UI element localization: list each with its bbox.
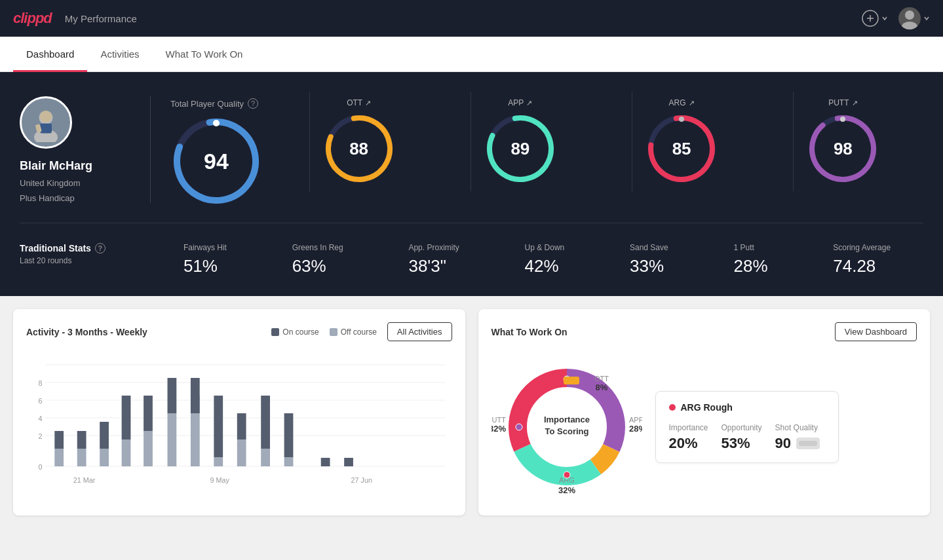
detail-shot-quality: Shot Quality 90 [775, 423, 820, 452]
metric-app: APP ↗ 89 [471, 92, 569, 191]
svg-rect-51 [237, 439, 246, 466]
svg-rect-45 [168, 413, 177, 466]
add-button[interactable] [862, 10, 888, 27]
svg-rect-53 [261, 449, 270, 466]
app-trend-icon: ↗ [526, 99, 532, 107]
metric-ott: OTT ↗ 88 [309, 92, 408, 191]
tab-what-to-work-on[interactable]: What To Work On [153, 37, 256, 72]
off-course-dot [330, 328, 337, 336]
svg-text:28%: 28% [629, 424, 642, 434]
stat-greens: Greens In Reg 63% [292, 243, 343, 276]
header-title: My Performance [65, 13, 137, 24]
shot-quality-value: 90 [775, 435, 791, 452]
putt-gauge: 98 [807, 113, 879, 185]
svg-point-4 [902, 22, 917, 29]
svg-rect-55 [284, 457, 294, 466]
svg-point-77 [564, 472, 570, 478]
activity-card: Activity - 3 Months - Weekly On course O… [13, 309, 465, 515]
arg-gauge: 85 [645, 113, 718, 185]
stats-label: Traditional Stats ? Last 20 rounds [20, 243, 151, 265]
putt-trend-icon: ↗ [852, 99, 858, 107]
app-value: 89 [510, 139, 529, 159]
performance-panel: Blair McHarg United Kingdom Plus Handica… [0, 72, 943, 296]
importance-label: Importance [669, 423, 708, 432]
tab-dashboard[interactable]: Dashboard [13, 37, 87, 72]
player-avatar [20, 96, 72, 149]
view-dashboard-button[interactable]: View Dashboard [835, 322, 917, 341]
metric-cards: OTT ↗ 88 APP ↗ [278, 92, 923, 191]
svg-rect-57 [321, 458, 330, 466]
stat-fairways-value: 51% [183, 256, 218, 276]
stat-scoring: Scoring Average 74.28 [833, 243, 891, 276]
stat-proximity-value: 38'3" [408, 256, 446, 276]
svg-text:0: 0 [39, 463, 43, 471]
svg-rect-58 [344, 458, 353, 466]
svg-text:2: 2 [39, 432, 43, 440]
opportunity-label: Opportunity [722, 423, 762, 432]
svg-rect-79 [564, 377, 579, 384]
stats-info-icon[interactable]: ? [95, 243, 106, 253]
svg-point-13 [213, 120, 220, 126]
svg-rect-44 [144, 396, 153, 431]
user-avatar-button[interactable] [898, 7, 930, 29]
arg-value: 85 [672, 139, 691, 159]
svg-rect-35 [54, 449, 64, 466]
shot-quality-bar [796, 438, 820, 449]
total-quality-label: Total Player Quality ? 94 [151, 92, 278, 207]
svg-rect-46 [168, 378, 177, 413]
on-course-dot [271, 328, 279, 336]
detail-importance: Importance 20% [669, 423, 708, 452]
player-name: Blair McHarg [20, 159, 92, 173]
stat-greens-label: Greens In Reg [292, 243, 343, 252]
quality-metrics: Total Player Quality ? 94 [151, 92, 923, 207]
svg-rect-56 [284, 413, 294, 457]
svg-point-8 [40, 111, 52, 122]
total-quality-gauge: 94 [170, 115, 262, 207]
traditional-stats-row: Traditional Stats ? Last 20 rounds Fairw… [20, 236, 923, 276]
svg-point-78 [516, 424, 522, 430]
app-logo: clippd [13, 10, 52, 27]
svg-text:OTT: OTT [594, 375, 609, 383]
total-quality-value: 94 [204, 149, 229, 174]
ott-gauge: 88 [323, 113, 395, 185]
what-to-work-card: What To Work On View Dashboard Importan [478, 309, 931, 515]
opportunity-value: 53% [722, 435, 762, 452]
stat-proximity: App. Proximity 38'3" [408, 243, 459, 276]
detail-metrics: Importance 20% Opportunity 53% Shot Qual… [669, 423, 825, 452]
detail-opportunity: Opportunity 53% [722, 423, 762, 452]
stat-1putt-label: 1 Putt [733, 243, 754, 252]
stat-greens-value: 63% [292, 256, 326, 276]
stat-scoring-label: Scoring Average [833, 243, 891, 252]
ott-trend-icon: ↗ [365, 99, 371, 107]
svg-text:9 May: 9 May [210, 476, 229, 484]
metric-putt: PUTT ↗ 98 [793, 92, 892, 191]
tab-activities[interactable]: Activities [87, 37, 152, 72]
info-icon[interactable]: ? [248, 98, 258, 109]
arg-label: ARG ↗ [669, 98, 695, 107]
stat-updown-label: Up & Down [525, 243, 565, 252]
stat-fairways: Fairways Hit 51% [183, 243, 227, 276]
bottom-section: Activity - 3 Months - Weekly On course O… [0, 296, 943, 529]
svg-rect-41 [122, 439, 131, 466]
nav-tabs: Dashboard Activities What To Work On [0, 37, 943, 72]
svg-text:Importance: Importance [543, 415, 589, 424]
svg-rect-40 [100, 422, 109, 449]
stat-items: Fairways Hit 51% Greens In Reg 63% App. … [151, 243, 923, 276]
svg-text:32%: 32% [491, 424, 506, 434]
svg-rect-42 [122, 396, 131, 439]
importance-value: 20% [669, 435, 708, 452]
activity-chart-svg: 0 2 4 6 8 [26, 352, 452, 496]
stat-1putt-value: 28% [733, 256, 767, 276]
svg-text:6: 6 [39, 397, 43, 405]
stat-proximity-label: App. Proximity [408, 243, 459, 252]
activity-chart-area: 0 2 4 6 8 [26, 352, 452, 496]
svg-rect-38 [77, 431, 87, 449]
what-to-work-header: What To Work On View Dashboard [491, 322, 917, 341]
svg-point-20 [679, 117, 684, 122]
svg-text:8%: 8% [595, 383, 607, 392]
total-quality-title: Total Player Quality ? [170, 98, 258, 109]
svg-point-23 [840, 117, 845, 122]
all-activities-button[interactable]: All Activities [387, 322, 452, 341]
avatar [898, 7, 921, 29]
svg-text:32%: 32% [558, 485, 575, 495]
